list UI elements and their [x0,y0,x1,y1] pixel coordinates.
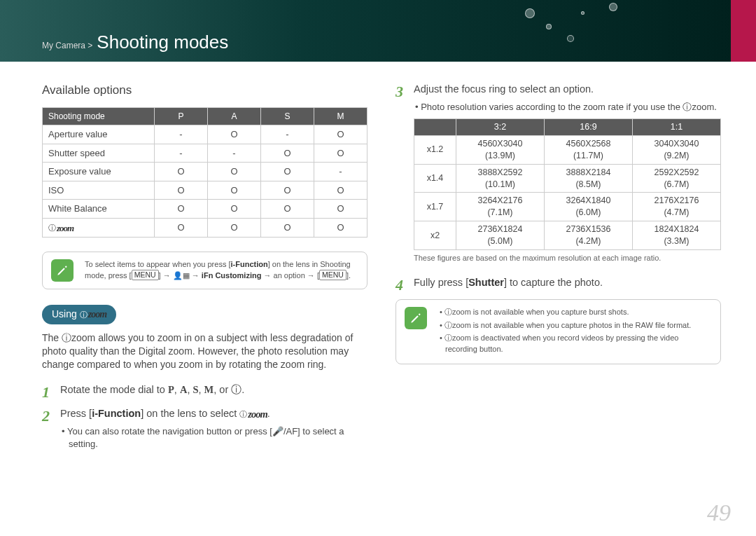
user-settings-icon: 👤▦ [173,271,190,280]
breadcrumb: My Camera > [42,41,92,53]
section-tab [731,0,756,62]
table-header: Shooting mode [43,107,155,125]
note-item: • ⓘzoom is not available when you captur… [438,307,712,317]
note-item: • ⓘzoom is deactivated when you record v… [438,333,712,355]
header-decor [518,3,630,52]
pill-label: Using [52,308,80,319]
resolution-table: 3:216:91:1 x1.24560X3040(13.9M)4560X2568… [414,118,721,250]
step-3: Adjust the focus ring to select an optio… [396,83,721,263]
key-menu: MENU [319,270,346,280]
left-column: Available options Shooting modePASM Aper… [42,83,368,460]
note-item: • ⓘzoom is not available when you captur… [438,320,712,331]
page-number: 49 [707,500,731,526]
step-2: Press [i-Function] on the lens to select… [42,407,368,450]
options-table: Shooting modePASM Aperture value-O-OShut… [42,107,368,238]
key-menu: MENU [132,270,159,280]
note-text: → [190,271,202,280]
table-header: P [155,107,208,125]
table-row: White BalanceOOOO [43,200,368,219]
table-row: Exposure valueOOO- [43,163,368,181]
table-header: 1:1 [632,119,720,136]
table-row: ISOOOOO [43,181,368,200]
note-text: To select items to appear when you press… [85,260,231,268]
table-row: Aperture value-O-O [43,125,368,144]
note-text: ]. [346,271,351,280]
page-header: My Camera > Shooting modes [0,0,756,62]
table-header: M [314,107,368,125]
table-row: zoomOOOO [43,218,368,237]
note-box-customizing: To select items to appear when you press… [42,252,368,289]
page-title: Shooting modes [97,32,228,53]
pen-icon [51,259,74,282]
table-header: 16:9 [544,119,632,136]
table-caption: These figures are based on the maximum r… [414,253,721,263]
note-box-izoom-limits: • ⓘzoom is not available when you captur… [396,299,721,364]
note-text: → an option → [ [261,271,319,280]
izoom-paragraph: The ⓘzoom allows you to zoom in on a sub… [42,331,368,371]
table-header: S [261,107,314,125]
using-izoom-pill: Using zoom [42,305,116,324]
izoom-icon: zoom [80,308,106,322]
right-column: Adjust the focus ring to select an optio… [396,83,721,460]
note-text: ] → [159,271,173,280]
step-2-sub: You can also rotate the navigation butto… [60,425,368,450]
table-row: x1.43888X2592(10.1M)3888X2184(8.5M)2592X… [414,164,721,193]
section-title: Available options [42,83,368,99]
table-row: x1.24560X3040(13.9M)4560X2568(11.7M)3040… [414,135,721,164]
table-row: x22736X1824(5.0M)2736X1536(4.2M)1824X182… [414,221,721,250]
izoom-icon: zoom [239,408,267,422]
table-row: x1.73264X2176(7.1M)3264X1840(6.0M)2176X2… [414,193,721,221]
note-bold: i-Function [231,260,268,268]
step-1: Rotate the mode dial to P, A, S, M, or ⓘ… [42,383,368,397]
step-4: Fully press [Shutter] to capture the pho… [396,276,721,290]
table-row: Shutter speed--OO [43,144,368,163]
table-header: A [208,107,261,125]
note-bold: iFn Customizing [202,271,262,280]
table-header [414,119,456,136]
pen-icon [405,307,427,329]
step-3-sub: Photo resolution varies according to the… [414,101,721,114]
table-header: 3:2 [456,119,544,136]
